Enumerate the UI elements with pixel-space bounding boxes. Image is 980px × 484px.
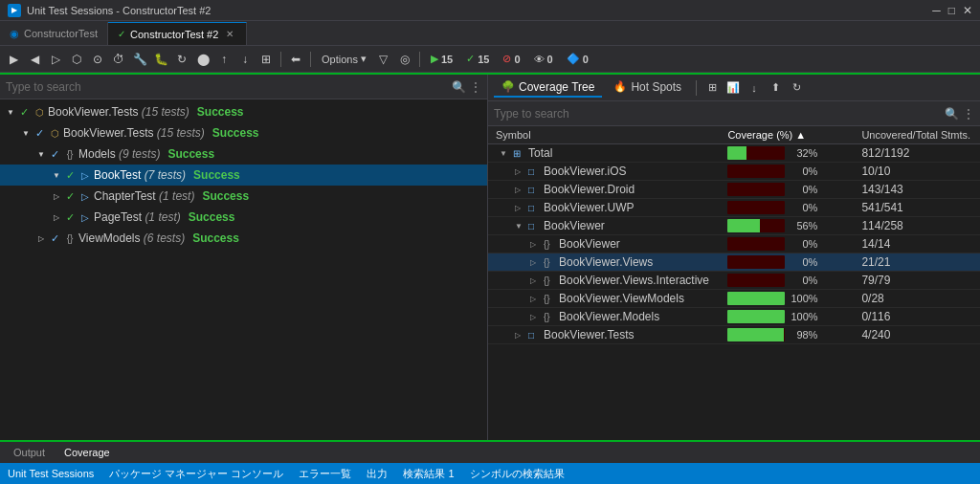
tree-item-chaptertest[interactable]: ▷ ✓ ▷ ChapterTest (1 test)Success [0,186,487,207]
coverage-percent: 0% [791,202,817,213]
toolbar-btn6[interactable]: ⏱ [109,50,128,69]
toolbar-btn5[interactable]: ⊙ [88,50,107,69]
tree-item-bvtests[interactable]: ▼ ✓ ⬡ BookViewer.Tests (15 tests)Success [0,101,487,122]
table-row[interactable]: ▼ ⊞ Total 32% 812/1192 [488,144,980,163]
right-btn4[interactable]: ⬆ [767,79,784,97]
toolbar-btn8[interactable]: 🐛 [151,50,170,69]
toolbar-btn3[interactable]: ▷ [46,50,65,69]
tree-item-viewmodels[interactable]: ▷ ✓ {} ViewModels (6 tests)Success [0,228,487,249]
search-icon[interactable]: 🔍 [452,80,466,94]
coverage-bar [727,310,785,323]
item-name: ViewModels [78,231,144,245]
tab-coverage-tree[interactable]: 🌳 Coverage Tree [494,78,602,98]
coverage-search-options[interactable]: ⋮ [963,107,974,121]
bottom-tab-output[interactable]: Output [4,441,55,464]
table-row[interactable]: ▷ □ BookViewer.Droid 0% 143/143 [488,181,980,199]
status-package[interactable]: パッケージ マネージャー コンソール [109,467,283,481]
item-status: Success [193,168,240,182]
tree-item-models[interactable]: ▼ ✓ {} Models (9 tests)Success [0,143,487,165]
expand-icon: ▷ [515,186,526,194]
right-btn2[interactable]: 📊 [724,79,742,97]
options-button[interactable]: Options ▾ [316,51,372,67]
tab-hot-spots[interactable]: 🔥 Hot Spots [606,78,689,98]
cov-type-icon: □ [528,221,542,231]
cov-type-icon: □ [528,330,542,341]
status-output[interactable]: 出力 [367,467,388,481]
stat-passed: ✓ 15 [460,53,495,65]
coverage-table-wrap: Symbol Coverage (%) ▲ Uncovered/Total St… [488,126,980,440]
expand-icon: ▷ [530,240,542,249]
toolbar-circle-btn[interactable]: ◎ [395,50,414,69]
tab-label: ConstructorTest [24,28,98,39]
toolbar-btn10[interactable]: ⬤ [193,50,212,69]
hot-spots-label: Hot Spots [631,80,681,94]
uncovered-value: 4/240 [861,328,890,341]
table-row[interactable]: ▷ □ BookViewer.iOS 0% 10/10 [488,163,980,181]
toolbar-btn7[interactable]: 🔧 [130,50,149,69]
table-row[interactable]: ▷ □ BookViewer.UWP 0% 541/541 [488,199,980,217]
coverage-percent: 100% [791,311,817,322]
pin-icon2[interactable]: □ [948,4,955,17]
close-icon[interactable]: ✕ [963,4,972,17]
uncovered-value: 143/143 [861,183,902,196]
coverage-percent: 0% [791,256,817,268]
status-bar: Unit Test Sessions パッケージ マネージャー コンソール エラ… [0,463,980,484]
toolbar-filter-btn[interactable]: ▽ [374,50,393,69]
coverage-bar-fill [727,219,760,232]
coverage-bar [727,165,785,178]
table-row[interactable]: ▷ □ BookViewer.Tests 98% 4/240 [488,326,980,344]
table-row[interactable]: ▷ {} BookViewer 0% 14/14 [488,235,980,253]
tab-close-icon[interactable]: ✕ [223,28,236,41]
cov-name: BookViewer [559,237,620,251]
toolbar-btn12[interactable]: ↓ [235,50,255,69]
toolbar-run-btn[interactable]: ▶ [4,50,23,69]
expand-icon: ▷ [515,331,526,340]
toolbar-btn4[interactable]: ⬡ [67,50,86,69]
coverage-bar-fill [727,328,784,341]
right-btn1[interactable]: ⊞ [703,79,721,97]
status-symbol-search[interactable]: シンボルの検索結果 [470,467,565,481]
coverage-bar [727,183,785,196]
toolbar-nav-btn[interactable]: ⬅ [286,50,305,69]
table-row[interactable]: ▷ {} BookViewer.Views 0% 21/21 [488,253,980,272]
table-row[interactable]: ▼ □ BookViewer 56% 114/258 [488,217,980,235]
coverage-search-input[interactable] [494,107,941,121]
item-count: (7 tests) [145,168,186,182]
tab-constructortest2[interactable]: ✓ ConstructorTest #2 ✕ [108,22,247,45]
status-unit-test[interactable]: Unit Test Sessions [8,468,94,479]
tree-item-booktest[interactable]: ▼ ✓ ▷ BookTest (7 tests)Success [0,165,487,186]
tree-item-pagetest[interactable]: ▷ ✓ ▷ PageTest (1 test)Success [0,207,487,228]
coverage-search-bar: 🔍 ⋮ [488,101,980,126]
th-uncovered[interactable]: Uncovered/Total Stmts. [854,126,980,144]
tree-item-bvtests2[interactable]: ▼ ✓ ⬡ BookViewer.Tests (15 tests)Success [0,122,487,143]
status-errors[interactable]: エラー一覧 [299,467,351,481]
cov-type-icon: {} [544,275,557,286]
options-label: Options [322,54,358,65]
pin-icon[interactable]: ─ [932,4,941,17]
toolbar-btn9[interactable]: ↻ [172,50,191,69]
bottom-tabs: Output Coverage [0,440,980,463]
toolbar-btn2[interactable]: ◀ [25,50,44,69]
uncovered-value: 541/541 [861,201,902,214]
table-row[interactable]: ▷ {} BookViewer.Models 100% 0/116 [488,308,980,326]
expand-icon: ▷ [530,295,542,303]
right-btn3[interactable]: ↓ [746,79,763,97]
search-options-icon[interactable]: ⋮ [470,80,481,94]
status-search1[interactable]: 検索結果 1 [403,467,454,481]
tab-constructortest[interactable]: ◉ ConstructorTest [0,22,108,45]
expand-icon: ▼ [515,222,526,231]
bottom-tab-coverage[interactable]: Coverage [55,441,120,464]
table-row[interactable]: ▷ {} BookViewer.ViewModels 100% 0/28 [488,290,980,308]
item-name: BookViewer.Tests [48,105,142,119]
coverage-search-icon[interactable]: 🔍 [945,107,959,121]
right-btn5[interactable]: ↻ [788,79,805,97]
coverage-percent: 0% [791,165,817,177]
toolbar-btn11[interactable]: ↑ [214,50,234,69]
left-search-input[interactable] [6,80,448,94]
cov-type-icon: {} [544,294,557,304]
expand-icon: ▼ [500,149,511,158]
th-coverage[interactable]: Coverage (%) ▲ [720,126,854,144]
table-row[interactable]: ▷ {} BookViewer.Views.Interactive 0% 79/… [488,272,980,290]
th-symbol[interactable]: Symbol [488,126,720,144]
toolbar-btn13[interactable]: ⊞ [256,50,276,69]
